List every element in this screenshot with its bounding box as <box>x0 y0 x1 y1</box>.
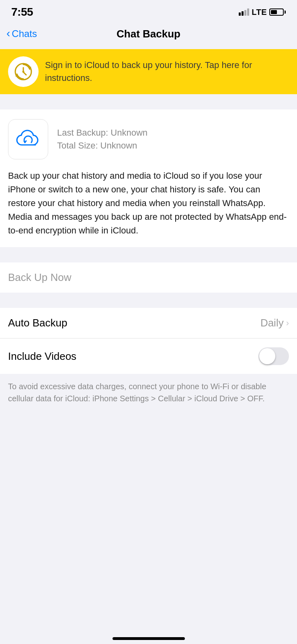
home-indicator-area <box>0 625 297 644</box>
backup-meta: Last Backup: Unknown Total Size: Unknown <box>57 128 147 151</box>
settings-section: Auto Backup Daily › Include Videos <box>0 308 297 374</box>
section-gap-3 <box>0 293 297 308</box>
back-up-now-row[interactable]: Back Up Now <box>0 262 297 293</box>
section-gap-1 <box>0 94 297 109</box>
back-up-now-section: Back Up Now <box>0 262 297 293</box>
toggle-knob <box>259 348 275 364</box>
backup-info-section: Last Backup: Unknown Total Size: Unknown… <box>0 109 297 247</box>
nav-bar: ‹ Chats Chat Backup <box>0 22 297 49</box>
footer-note-text: To avoid excessive data charges, connect… <box>8 382 266 403</box>
include-videos-toggle[interactable] <box>258 347 289 365</box>
svg-point-1 <box>23 71 25 73</box>
back-up-now-label: Back Up Now <box>8 271 72 284</box>
auto-backup-row[interactable]: Auto Backup Daily › <box>0 308 297 338</box>
include-videos-label: Include Videos <box>8 350 76 363</box>
warning-clock-icon <box>14 62 33 81</box>
bottom-padding <box>0 417 297 441</box>
section-gap-2 <box>0 247 297 262</box>
signal-icon <box>239 8 249 16</box>
include-videos-row[interactable]: Include Videos <box>0 339 297 374</box>
footer-note: To avoid excessive data charges, connect… <box>0 374 297 417</box>
chevron-right-icon: › <box>286 319 289 328</box>
status-bar: 7:55 LTE <box>0 0 297 22</box>
backup-description: Back up your chat history and media to i… <box>8 169 289 237</box>
total-size-text: Total Size: Unknown <box>57 140 147 151</box>
status-time: 7:55 <box>11 6 33 19</box>
home-indicator <box>113 637 185 640</box>
back-button[interactable]: ‹ Chats <box>6 28 37 39</box>
last-backup-text: Last Backup: Unknown <box>57 128 147 138</box>
battery-icon <box>269 8 286 16</box>
back-chevron-icon: ‹ <box>6 28 10 39</box>
icloud-signin-text: Sign in to iCloud to back up your histor… <box>45 59 289 85</box>
back-label: Chats <box>12 28 37 39</box>
icloud-signin-banner[interactable]: Sign in to iCloud to back up your histor… <box>0 49 297 94</box>
cloud-backup-icon <box>15 128 41 151</box>
backup-info-row: Last Backup: Unknown Total Size: Unknown <box>8 119 289 169</box>
lte-label: LTE <box>252 8 267 17</box>
auto-backup-right: Daily › <box>260 317 289 329</box>
auto-backup-label: Auto Backup <box>8 317 67 329</box>
warning-clock-icon-circle <box>8 56 39 87</box>
cloud-icon-box <box>8 119 48 159</box>
auto-backup-value: Daily <box>260 317 284 329</box>
status-icons: LTE <box>239 8 286 17</box>
page-title: Chat Backup <box>117 28 180 40</box>
